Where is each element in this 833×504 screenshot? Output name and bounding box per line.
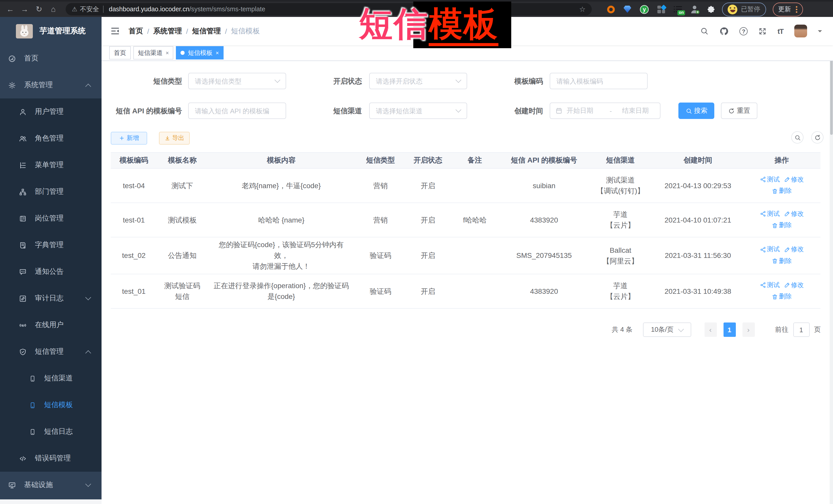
annotation-title: 短信模板 (359, 6, 498, 42)
hamburger-icon[interactable] (110, 26, 120, 36)
sms-type-input[interactable] (189, 77, 276, 85)
sidebar-item-sms-mgmt[interactable]: 短信管理 (0, 338, 101, 365)
extension-gem-icon[interactable] (623, 6, 631, 13)
end-date-placeholder[interactable]: 结束日期 (616, 106, 655, 115)
navbar-icons: ? tT (700, 25, 833, 38)
extension-y-icon[interactable]: y (640, 5, 649, 14)
edit-link[interactable]: 修改 (784, 209, 804, 219)
fullscreen-icon[interactable] (759, 27, 767, 35)
caret-down-icon[interactable] (817, 30, 822, 34)
delete-link[interactable]: 删除 (772, 256, 792, 266)
date-range-picker[interactable]: 开始日期 - 结束日期 (550, 102, 661, 119)
goto-page-input[interactable] (793, 322, 809, 337)
close-icon[interactable]: × (166, 50, 169, 56)
sidebar-item-dept-mgmt[interactable]: 部门管理 (0, 178, 101, 205)
shield-check-icon (19, 348, 27, 356)
page-scrollbar[interactable] (829, 17, 833, 504)
edit-link[interactable]: 修改 (784, 244, 804, 255)
font-size-icon[interactable]: tT (778, 27, 783, 35)
browser-update-menu[interactable]: 更新 (772, 2, 803, 16)
breadcrumb-sms[interactable]: 短信管理 (192, 26, 221, 35)
extension-person-search-icon[interactable] (691, 5, 698, 13)
edit-link[interactable]: 修改 (784, 174, 804, 185)
test-link[interactable]: 测试 (760, 280, 780, 290)
sidebar-logo-row[interactable]: 芋道管理系统 (0, 17, 101, 45)
toggle-search-button[interactable] (791, 131, 804, 144)
add-button[interactable]: 新增 (111, 132, 147, 145)
browser-home-icon[interactable]: ⌂ (46, 2, 61, 17)
col-status: 开启状态 (406, 152, 450, 168)
delete-link[interactable]: 删除 (772, 220, 792, 231)
channel-select[interactable] (369, 102, 467, 119)
sidebar-item-post-mgmt[interactable]: 岗位管理 (0, 205, 101, 232)
reset-button[interactable]: 重置 (721, 102, 757, 119)
status-select[interactable] (369, 73, 467, 89)
security-label[interactable]: 不安全 (80, 5, 99, 14)
user-avatar[interactable] (794, 25, 807, 38)
github-icon[interactable] (720, 26, 729, 35)
sidebar-item-sms-log[interactable]: 短信日志 (0, 418, 101, 445)
annotation-red-text: 模板 (429, 5, 498, 46)
breadcrumb-system[interactable]: 系统管理 (153, 26, 182, 35)
extension-grid-icon[interactable] (658, 5, 665, 13)
start-date-placeholder[interactable]: 开始日期 (567, 106, 605, 115)
help-icon[interactable]: ? (740, 27, 748, 35)
test-link[interactable]: 测试 (760, 244, 780, 255)
test-link[interactable]: 测试 (760, 174, 780, 185)
prev-page-button[interactable]: ‹ (704, 322, 717, 337)
sidebar-item-infrastructure[interactable]: 基础设施 (0, 472, 101, 498)
search-button[interactable]: 搜索 (679, 102, 714, 119)
template-code-field[interactable] (550, 73, 648, 89)
status-input[interactable] (370, 77, 456, 85)
org-tree-icon (19, 188, 27, 196)
extension-on-badge: on (677, 10, 685, 15)
sidebar-item-role-mgmt[interactable]: 角色管理 (0, 125, 101, 152)
sidebar-item-error-code-mgmt[interactable]: 错误码管理 (0, 445, 101, 472)
refresh-table-button[interactable] (811, 131, 824, 144)
extensions-puzzle-icon[interactable] (707, 5, 715, 13)
browser-forward-icon[interactable]: → (18, 2, 32, 17)
page-size-select[interactable]: 10条/页 (643, 322, 691, 337)
export-button[interactable]: 导出 (159, 132, 190, 145)
tab-home[interactable]: 首页 (109, 46, 131, 59)
delete-link[interactable]: 删除 (772, 186, 792, 196)
close-icon[interactable]: × (216, 50, 219, 56)
address-bar[interactable]: ⚠ 不安全 dashboard.yudao.iocoder.cn/system/… (66, 3, 592, 16)
channel-input[interactable] (370, 107, 456, 115)
sidebar-item-menu-mgmt[interactable]: 菜单管理 (0, 152, 101, 178)
url-text[interactable]: dashboard.yudao.iocoder.cn/system/sms/sm… (109, 6, 265, 13)
sidebar-item-dict-mgmt[interactable]: 字典管理 (0, 232, 101, 258)
current-page[interactable]: 1 (723, 322, 736, 337)
sidebar-item-notice[interactable]: 通知公告 (0, 258, 101, 285)
next-page-button[interactable]: › (742, 322, 755, 337)
sidebar-item-home[interactable]: 首页 (0, 45, 101, 72)
sidebar-item-online-users[interactable]: 在线用户 (0, 312, 101, 338)
template-code-label: 模板编码 (492, 73, 543, 89)
table-header-row: 模板编码 模板名称 模板内容 短信类型 开启状态 备注 短信 API 的模板编号… (111, 152, 820, 168)
sidebar-item-user-mgmt[interactable]: 用户管理 (0, 98, 101, 125)
test-link[interactable]: 测试 (760, 209, 780, 219)
api-template-field[interactable] (188, 102, 286, 119)
browser-reload-icon[interactable]: ↻ (32, 2, 46, 17)
sidebar-item-system-mgmt[interactable]: 系统管理 (0, 72, 101, 98)
profile-paused-pill[interactable]: 已暂停 (722, 2, 766, 16)
sidebar-item-sms-template[interactable]: 短信模板 (0, 392, 101, 418)
edit-link[interactable]: 修改 (784, 280, 804, 290)
tab-sms-template[interactable]: 短信模板× (176, 46, 223, 59)
page-content: 短信类型 开启状态 模板编码 短信 API 的模板编号 短 (101, 61, 833, 504)
sms-type-select[interactable] (188, 73, 286, 89)
extension-ring-icon[interactable] (607, 5, 615, 13)
api-template-input[interactable] (189, 107, 286, 115)
tab-sms-channel[interactable]: 短信渠道× (133, 46, 173, 59)
bookmark-star-icon[interactable]: ☆ (579, 5, 586, 13)
search-icon[interactable] (700, 27, 709, 35)
delete-link[interactable]: 删除 (772, 291, 792, 302)
template-code-input[interactable] (550, 77, 647, 85)
chevron-down-icon (275, 77, 281, 83)
extension-list-icon[interactable]: on (674, 5, 682, 13)
browser-back-icon[interactable]: ← (3, 2, 18, 17)
breadcrumb-home[interactable]: 首页 (129, 26, 143, 35)
sidebar-item-sms-channel[interactable]: 短信渠道 (0, 365, 101, 392)
col-type: 短信类型 (355, 152, 406, 168)
sidebar-item-audit-log[interactable]: 审计日志 (0, 285, 101, 312)
